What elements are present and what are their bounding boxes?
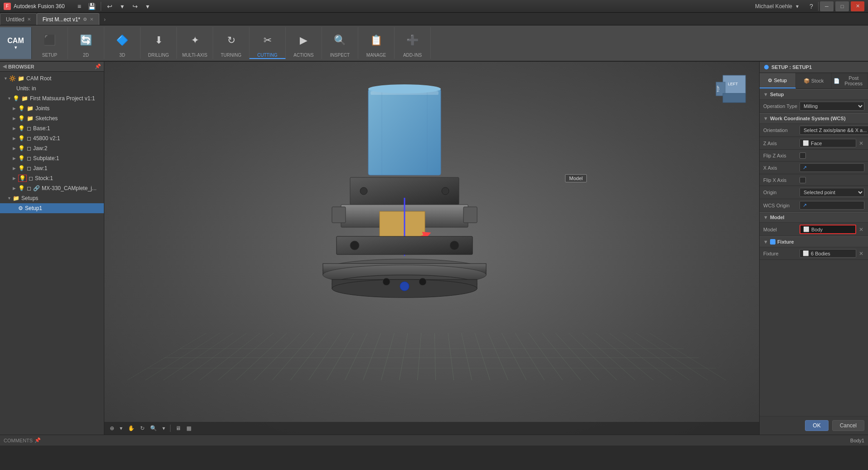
minimize-btn[interactable]: ─ [820, 1, 834, 11]
tree-item-setups[interactable]: ▼ 📁 Setups [0, 193, 104, 203]
turning-icons: ↻ [221, 29, 241, 52]
comments-pin-icon[interactable]: 📌 [34, 437, 41, 443]
vp-orbit-btn[interactable]: ↻ [138, 424, 146, 432]
model-clear[interactable]: ✕ [858, 226, 864, 233]
origin-label: Origin [763, 190, 800, 195]
setup-btn[interactable]: ⬛ [40, 29, 60, 52]
save-btn[interactable]: 💾 [87, 1, 98, 12]
multiaxis-btn[interactable]: ✦ [185, 29, 205, 52]
addins-btn[interactable]: ➕ [403, 29, 423, 52]
tree-item-jaw1[interactable]: ▶ 💡 ◻ Jaw:1 [0, 163, 104, 173]
flip-x-checkbox[interactable] [800, 177, 806, 183]
view-cube[interactable]: LEFT TOP [714, 71, 750, 107]
cam-root-collapse[interactable]: ▼ [4, 76, 9, 81]
tree-item-base[interactable]: ▶ 💡 ◻ Base:1 [0, 123, 104, 133]
operation-type-select[interactable]: Milling [800, 102, 864, 111]
45800-arrow[interactable]: ▶ [13, 136, 18, 141]
base-arrow[interactable]: ▶ [13, 126, 18, 131]
cutting-btn[interactable]: ✂ [258, 29, 278, 52]
tab-untitled-close[interactable]: ✕ [27, 17, 31, 22]
2d-btn[interactable]: 🔄 [76, 29, 96, 52]
model-input[interactable]: ⬜ Body [800, 225, 856, 234]
joints-label: Joints [35, 105, 49, 112]
undo-dropdown[interactable]: ▾ [117, 1, 128, 12]
tree-item-joints[interactable]: ▶ 💡 📁 Joints [0, 103, 104, 113]
joints-arrow[interactable]: ▶ [13, 106, 18, 111]
tree-item-project[interactable]: ▼ 💡 📁 First Matsuura Project v1:1 [0, 93, 104, 103]
manage-btn[interactable]: 📋 [366, 29, 386, 52]
close-btn[interactable]: ✕ [851, 1, 864, 11]
tree-item-cam-root[interactable]: ▼ 🔆 📁 CAM Root [0, 73, 104, 83]
model-field-value: ⬜ Body ✕ [800, 225, 864, 234]
browser-collapse-arrow[interactable]: ◀ [3, 64, 6, 69]
vp-pan-btn[interactable]: ✋ [126, 424, 137, 432]
ok-button[interactable]: OK [805, 420, 828, 431]
vp-nav-btn[interactable]: ⊕ [108, 424, 116, 432]
x-axis-input[interactable]: ↗ [800, 163, 864, 172]
setups-collapse[interactable]: ▼ [7, 196, 13, 201]
panel-tab-stock[interactable]: 📦 Stock [796, 73, 832, 88]
panel-tab-postprocess[interactable]: 📄 Post Process [832, 73, 868, 88]
jaw2-arrow[interactable]: ▶ [13, 146, 18, 151]
tree-item-mx330[interactable]: ▶ 💡 ◻ 🔗 MX-330_CAMplete_j... [0, 183, 104, 193]
undo-btn[interactable]: ↩ [104, 1, 115, 12]
wcs-origin-input[interactable]: ↗ [800, 201, 864, 210]
maximize-btn[interactable]: □ [835, 1, 849, 11]
sketches-arrow[interactable]: ▶ [13, 116, 18, 121]
section-wcs-header[interactable]: ▼ Work Coordinate System (WCS) [760, 113, 868, 124]
tree-item-sketches[interactable]: ▶ 💡 📁 Sketches [0, 113, 104, 123]
redo-dropdown[interactable]: ▾ [142, 1, 153, 12]
file-menu[interactable]: ≡ [74, 1, 85, 12]
panel-tab-setup[interactable]: ⚙ Setup [760, 73, 796, 88]
fixture-clear[interactable]: ✕ [858, 250, 864, 257]
section-model-header[interactable]: ▼ Model [760, 212, 868, 223]
fixture-enable-checkbox[interactable] [770, 239, 775, 245]
section-setup-header[interactable]: ▼ Setup [760, 89, 868, 100]
vp-display-btn[interactable]: 🖥 [174, 424, 183, 432]
redo-btn[interactable]: ↪ [130, 1, 141, 12]
tree-item-setup1[interactable]: ▶ ⚙ Setup1 [0, 203, 104, 213]
3d-btn[interactable]: 🔷 [112, 29, 132, 52]
vp-zoom-dropdown[interactable]: ▾ [161, 424, 167, 432]
tree-item-jaw2[interactable]: ▶ 💡 ◻ Jaw:2 [0, 143, 104, 153]
browser-pin-icon[interactable]: 📌 [95, 64, 101, 69]
tab-project-close[interactable]: ✕ [90, 17, 93, 22]
orientation-select[interactable]: Select Z axis/plane && X a... [800, 126, 868, 135]
turning-btn[interactable]: ↻ [221, 29, 241, 52]
origin-select[interactable]: Selected point [800, 188, 864, 197]
cam-menu-btn[interactable]: CAM ▾ [0, 27, 32, 59]
flip-z-checkbox[interactable] [800, 152, 806, 159]
z-axis-clear[interactable]: ✕ [858, 140, 864, 147]
user-dropdown[interactable]: ▾ [796, 3, 799, 10]
tab-project[interactable]: First M...ect v1* ⚙ ✕ [37, 13, 99, 25]
vp-dropdown[interactable]: ▾ [118, 424, 124, 432]
jaw1-arrow[interactable]: ▶ [13, 166, 18, 171]
tab-untitled[interactable]: Untitled ✕ [0, 13, 37, 25]
ribbon-group-multiaxis: ✦ MULTI-AXIS [177, 27, 213, 59]
base-lightbulb-icon: 💡 [18, 125, 25, 132]
vp-zoom-btn[interactable]: 🔍 [148, 424, 159, 432]
z-axis-input[interactable]: ⬜ Face [800, 139, 856, 147]
tree-item-45800[interactable]: ▶ 💡 ◻ 45800 v2:1 [0, 133, 104, 143]
wcs-section-arrow: ▼ [763, 116, 768, 121]
inspect-btn[interactable]: 🔍 [330, 29, 350, 52]
fixture-input[interactable]: ⬜ 6 Bodies [800, 249, 856, 258]
ribbon-group-drilling: ⬇ DRILLING [141, 27, 177, 59]
section-fixture-header[interactable]: ▼ Fixture [760, 236, 868, 247]
subplate-lightbulb-icon: 💡 [18, 155, 25, 162]
viewport[interactable]: Model LEFT TOP ⊕ ▾ ✋ ↻ 🔍 ▾ 🖥 ▦ [104, 62, 759, 435]
cancel-button[interactable]: Cancel [832, 420, 864, 431]
tab-scroll-right[interactable]: › [101, 14, 108, 25]
vp-grid-btn[interactable]: ▦ [185, 424, 193, 432]
actions-btn[interactable]: ▶ [294, 29, 314, 52]
project-collapse[interactable]: ▼ [7, 96, 13, 101]
help-btn[interactable]: ? [806, 1, 817, 12]
tree-item-subplate[interactable]: ▶ 💡 ◻ Subplate:1 [0, 153, 104, 163]
drilling-btn[interactable]: ⬇ [149, 29, 169, 52]
ribbon-group-turning: ↻ TURNING [213, 27, 249, 59]
svg-rect-30 [723, 93, 746, 103]
stock-arrow[interactable]: ▶ [13, 176, 18, 181]
subplate-arrow[interactable]: ▶ [13, 156, 18, 161]
mx330-arrow[interactable]: ▶ [13, 186, 18, 191]
tree-item-stock[interactable]: ▶ 💡 ◻ Stock:1 [0, 173, 104, 183]
